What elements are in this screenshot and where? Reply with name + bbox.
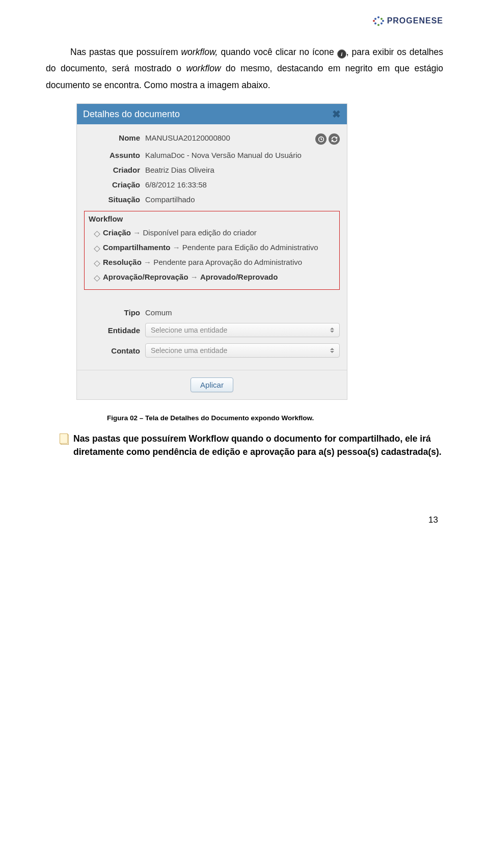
dialog-titlebar: Detalhes do documento ✖ [77, 104, 347, 124]
document-details-dialog: Detalhes do documento ✖ Nome MANUSUA2012… [76, 103, 347, 400]
refresh-icon[interactable] [329, 133, 340, 145]
select-placeholder: Selecione uma entidade [151, 326, 227, 334]
workflow-box: Workflow Criação → Disponível para ediçã… [84, 211, 340, 290]
header-logo: PROGENESE [46, 15, 443, 29]
workflow-item: Compartilhamento → Pendente para Edição … [103, 240, 335, 255]
label-criacao: Criação [84, 180, 145, 189]
workflow-title: Workflow [89, 213, 335, 224]
chevron-updown-icon [330, 348, 334, 353]
label-nome: Nome [84, 133, 145, 142]
select-placeholder: Selecione uma entidade [151, 346, 227, 355]
note: Nas pastas que possuírem Workflow quando… [60, 432, 443, 459]
close-icon[interactable]: ✖ [332, 108, 341, 120]
workflow-list: Criação → Disponível para edição do cria… [89, 225, 335, 284]
workflow-item: Criação → Disponível para edição do cria… [103, 225, 335, 240]
clock-icon[interactable] [315, 133, 327, 145]
label-contato: Contato [84, 346, 145, 355]
dialog-title: Detalhes do documento [83, 109, 180, 120]
label-situacao: Situação [84, 195, 145, 204]
logo-icon [373, 15, 384, 26]
page-number: 13 [46, 515, 443, 525]
value-assunto: KalumaDoc - Nova Versão Manual do Usuári… [145, 151, 340, 159]
value-tipo: Comum [145, 308, 340, 317]
workflow-item: Resolução → Pendente para Aprovação do A… [103, 255, 335, 269]
value-criador: Beatriz Dias Oliveira [145, 166, 340, 174]
workflow-item: Aprovação/Reprovação → Aprovado/Reprovad… [103, 269, 335, 284]
entidade-select[interactable]: Selecione uma entidade [145, 323, 340, 337]
label-tipo: Tipo [84, 308, 145, 317]
value-criacao: 6/8/2012 16:33:58 [145, 180, 340, 189]
value-nome: MANUSUA20120000800 [145, 133, 315, 142]
note-icon [60, 434, 68, 444]
label-criador: Criador [84, 166, 145, 174]
value-situacao: Compartilhado [145, 195, 340, 204]
logo-text: PROGENESE [387, 16, 443, 25]
label-entidade: Entidade [84, 326, 145, 335]
info-icon: i [337, 49, 346, 59]
label-assunto: Assunto [84, 151, 145, 159]
figure-caption: Figura 02 – Tela de Detalhes do Document… [107, 414, 443, 422]
contato-select[interactable]: Selecione uma entidade [145, 343, 340, 358]
body-paragraph: Nas pastas que possuírem workflow, quand… [46, 44, 443, 93]
note-text: Nas pastas que possuírem Workflow quando… [73, 432, 443, 459]
chevron-updown-icon [330, 328, 334, 333]
apply-button[interactable]: Aplicar [191, 377, 233, 392]
